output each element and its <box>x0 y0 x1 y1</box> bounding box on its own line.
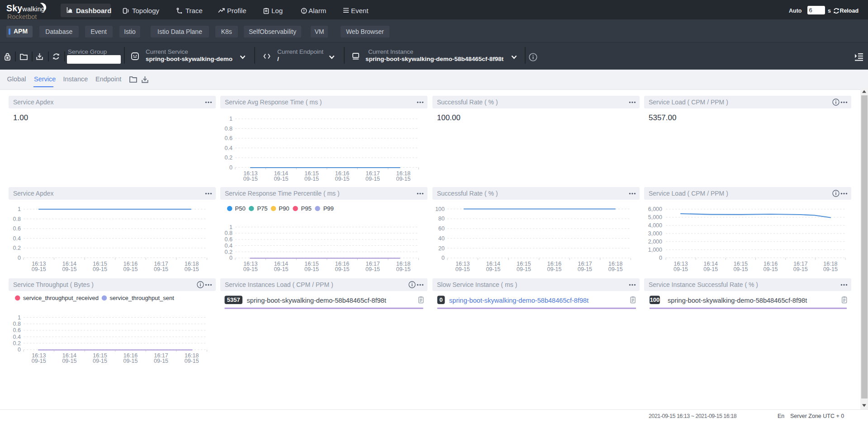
svg-text:0.4: 0.4 <box>225 145 232 151</box>
svg-text:0.8: 0.8 <box>225 230 232 236</box>
svg-text:1,000: 1,000 <box>648 247 662 253</box>
svg-text:service_throughput_received: service_throughput_received <box>23 295 99 301</box>
svg-text:P50: P50 <box>235 205 246 212</box>
svg-text:4,000: 4,000 <box>648 222 662 229</box>
svg-text:5357.00: 5357.00 <box>649 113 676 122</box>
svg-text:09-15: 09-15 <box>93 358 107 364</box>
svg-text:09-15: 09-15 <box>185 266 199 272</box>
svg-text:09-15: 09-15 <box>547 266 562 272</box>
svg-text:09-15: 09-15 <box>733 266 748 272</box>
svg-text:0.2: 0.2 <box>13 245 21 251</box>
svg-text:0: 0 <box>18 255 21 261</box>
svg-text:5,000: 5,000 <box>648 214 662 220</box>
svg-text:09-15: 09-15 <box>608 266 623 272</box>
svg-text:5357: 5357 <box>227 296 240 303</box>
svg-text:6,000: 6,000 <box>648 206 662 212</box>
svg-text:09-15: 09-15 <box>455 266 470 272</box>
svg-text:09-15: 09-15 <box>793 266 808 272</box>
svg-text:0.2: 0.2 <box>13 340 21 347</box>
svg-text:Service Load ( CPM / PPM ): Service Load ( CPM / PPM ) <box>649 190 728 197</box>
svg-text:Service Apdex: Service Apdex <box>13 190 54 197</box>
svg-text:1: 1 <box>229 224 232 230</box>
svg-text:09-15: 09-15 <box>674 266 688 272</box>
svg-text:09-15: 09-15 <box>764 266 778 272</box>
svg-text:0.2: 0.2 <box>225 155 232 161</box>
svg-text:09-15: 09-15 <box>396 266 411 272</box>
svg-text:spring-boot-skywalking-demo-58: spring-boot-skywalking-demo-58b48465cf-8… <box>247 297 386 304</box>
svg-text:0.6: 0.6 <box>225 236 232 243</box>
svg-text:09-15: 09-15 <box>823 266 838 272</box>
svg-text:0.4: 0.4 <box>13 235 21 242</box>
svg-text:09-15: 09-15 <box>243 266 258 272</box>
svg-text:09-15: 09-15 <box>335 176 350 182</box>
svg-text:Service Instances Load ( CPM /: Service Instances Load ( CPM / PPM ) <box>225 281 333 288</box>
svg-text:0: 0 <box>18 347 21 353</box>
svg-text:09-15: 09-15 <box>578 266 592 272</box>
svg-text:09-15: 09-15 <box>396 176 411 182</box>
svg-text:3,000: 3,000 <box>648 230 662 237</box>
svg-text:09-15: 09-15 <box>154 358 168 364</box>
svg-text:09-15: 09-15 <box>703 266 718 272</box>
svg-text:60: 60 <box>438 225 445 232</box>
svg-text:0.4: 0.4 <box>13 334 21 340</box>
svg-text:09-15: 09-15 <box>123 266 138 272</box>
svg-text:09-15: 09-15 <box>486 266 500 272</box>
svg-text:Service Response Time Percenti: Service Response Time Percentile ( ms ) <box>225 190 340 197</box>
svg-text:1: 1 <box>18 206 21 212</box>
svg-text:0: 0 <box>229 255 232 261</box>
svg-text:09-15: 09-15 <box>185 358 199 364</box>
svg-text:1: 1 <box>18 314 21 321</box>
svg-text:09-15: 09-15 <box>154 266 168 272</box>
svg-text:09-15: 09-15 <box>123 358 138 364</box>
svg-text:0.6: 0.6 <box>13 327 21 333</box>
svg-text:service_throughput_sent: service_throughput_sent <box>110 295 175 301</box>
svg-text:0.6: 0.6 <box>225 135 232 141</box>
svg-text:09-15: 09-15 <box>62 266 76 272</box>
svg-text:Slow Service Instance ( ms ): Slow Service Instance ( ms ) <box>437 281 517 288</box>
svg-text:Service Instance Successful Ra: Service Instance Successful Rate ( % ) <box>649 281 758 288</box>
svg-text:spring-boot-skywalking-demo-58: spring-boot-skywalking-demo-58b48465cf-8… <box>668 297 807 304</box>
svg-text:40: 40 <box>438 235 445 242</box>
svg-text:Service Load ( CPM / PPM ): Service Load ( CPM / PPM ) <box>649 98 728 106</box>
svg-text:Service Apdex: Service Apdex <box>13 98 54 106</box>
svg-text:09-15: 09-15 <box>274 266 288 272</box>
svg-text:1: 1 <box>229 116 232 122</box>
svg-text:0.2: 0.2 <box>225 249 232 255</box>
svg-text:spring-boot-skywalking-demo-58: spring-boot-skywalking-demo-58b48465cf-8… <box>449 297 588 304</box>
svg-text:100: 100 <box>435 206 445 212</box>
svg-text:Successful Rate ( % ): Successful Rate ( % ) <box>437 98 498 106</box>
svg-text:Service Avg Response Time ( ms: Service Avg Response Time ( ms ) <box>225 98 322 106</box>
svg-text:Successful Rate ( % ): Successful Rate ( % ) <box>437 190 498 197</box>
svg-text:80: 80 <box>438 216 445 222</box>
svg-text:0.8: 0.8 <box>13 321 21 327</box>
svg-text:09-15: 09-15 <box>62 358 76 364</box>
svg-text:09-15: 09-15 <box>335 266 350 272</box>
svg-text:09-15: 09-15 <box>243 176 258 182</box>
svg-text:09-15: 09-15 <box>274 176 288 182</box>
svg-text:09-15: 09-15 <box>304 266 319 272</box>
svg-text:1.00: 1.00 <box>13 113 28 122</box>
svg-text:09-15: 09-15 <box>365 176 380 182</box>
svg-text:09-15: 09-15 <box>93 266 107 272</box>
svg-text:P99: P99 <box>323 205 334 212</box>
svg-text:P95: P95 <box>301 205 312 212</box>
svg-text:100: 100 <box>650 296 660 303</box>
svg-text:09-15: 09-15 <box>32 266 46 272</box>
svg-text:0: 0 <box>229 164 232 171</box>
svg-text:P90: P90 <box>279 205 289 212</box>
svg-text:Service Throughput ( Bytes ): Service Throughput ( Bytes ) <box>13 281 94 288</box>
svg-text:09-15: 09-15 <box>32 358 46 364</box>
svg-text:20: 20 <box>438 245 445 252</box>
svg-text:2,000: 2,000 <box>648 239 662 245</box>
svg-text:0.4: 0.4 <box>225 243 232 249</box>
svg-text:0: 0 <box>439 296 442 303</box>
svg-text:0: 0 <box>441 255 445 261</box>
svg-text:09-15: 09-15 <box>365 266 380 272</box>
svg-text:09-15: 09-15 <box>304 176 319 182</box>
svg-text:0.8: 0.8 <box>225 126 232 132</box>
svg-text:0.6: 0.6 <box>13 225 21 232</box>
svg-text:0: 0 <box>659 255 662 261</box>
svg-text:09-15: 09-15 <box>517 266 531 272</box>
svg-text:100.00: 100.00 <box>437 113 460 122</box>
svg-text:0.8: 0.8 <box>13 216 21 222</box>
